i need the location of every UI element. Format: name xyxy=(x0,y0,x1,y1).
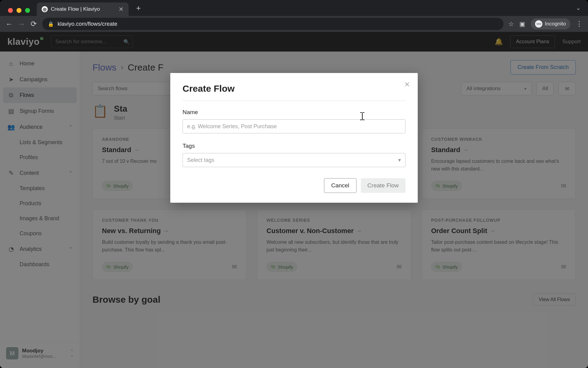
minimize-window-icon[interactable] xyxy=(17,8,21,13)
modal-title: Create Flow xyxy=(183,83,405,94)
tab-strip: ◎ Create Flow | Klaviyo ✕ + ⌄ xyxy=(0,0,588,16)
browser-tab[interactable]: ◎ Create Flow | Klaviyo ✕ xyxy=(37,2,129,16)
star-icon[interactable]: ☆ xyxy=(508,20,514,28)
menu-icon[interactable]: ⋮ xyxy=(576,21,582,27)
create-flow-button[interactable]: Create Flow xyxy=(361,178,405,193)
address-bar[interactable]: 🔒 klaviyo.com/flows/create xyxy=(42,18,503,30)
tab-title: Create Flow | Klaviyo xyxy=(51,6,100,12)
window-controls xyxy=(8,8,30,13)
new-tab-button[interactable]: + xyxy=(133,2,144,13)
close-tab-icon[interactable]: ✕ xyxy=(119,6,124,13)
forward-button[interactable]: → xyxy=(18,20,25,28)
tags-select[interactable]: Select tags ▾ xyxy=(183,153,405,167)
close-modal-icon[interactable]: × xyxy=(404,80,410,89)
tab-overflow-icon[interactable]: ⌄ xyxy=(576,5,581,11)
app-frame: klaviyo▀ 🔍 🔔 Account Plans Support ⌂Home… xyxy=(0,32,588,368)
modal-backdrop[interactable]: × Create Flow Name Tags Select tags ▾ Ca… xyxy=(0,32,588,368)
create-flow-modal: × Create Flow Name Tags Select tags ▾ Ca… xyxy=(170,73,418,203)
incognito-icon: 👓 xyxy=(535,20,542,28)
close-window-icon[interactable] xyxy=(8,8,13,13)
toolbar-right: ☆ ▣ 👓 Incognito ⋮ xyxy=(508,18,582,29)
lock-icon: 🔒 xyxy=(48,21,54,27)
chevron-down-icon: ▾ xyxy=(398,157,401,163)
browser-window: ◎ Create Flow | Klaviyo ✕ + ⌄ ← → ⟳ 🔒 kl… xyxy=(0,0,588,368)
divider xyxy=(183,101,405,101)
modal-actions: Cancel Create Flow xyxy=(183,178,405,193)
url-text: klaviyo.com/flows/create xyxy=(58,21,117,27)
incognito-indicator[interactable]: 👓 Incognito xyxy=(531,18,570,29)
panel-icon[interactable]: ▣ xyxy=(519,20,525,28)
maximize-window-icon[interactable] xyxy=(25,8,30,13)
flow-name-input[interactable] xyxy=(183,119,405,133)
name-label: Name xyxy=(183,109,405,116)
tags-label: Tags xyxy=(183,143,405,149)
favicon-icon: ◎ xyxy=(42,6,48,12)
incognito-label: Incognito xyxy=(545,21,566,27)
cancel-button[interactable]: Cancel xyxy=(324,178,356,193)
back-button[interactable]: ← xyxy=(6,20,13,28)
reload-button[interactable]: ⟳ xyxy=(30,20,37,28)
text-cursor-icon xyxy=(360,112,364,120)
browser-toolbar: ← → ⟳ 🔒 klaviyo.com/flows/create ☆ ▣ 👓 I… xyxy=(0,16,588,32)
